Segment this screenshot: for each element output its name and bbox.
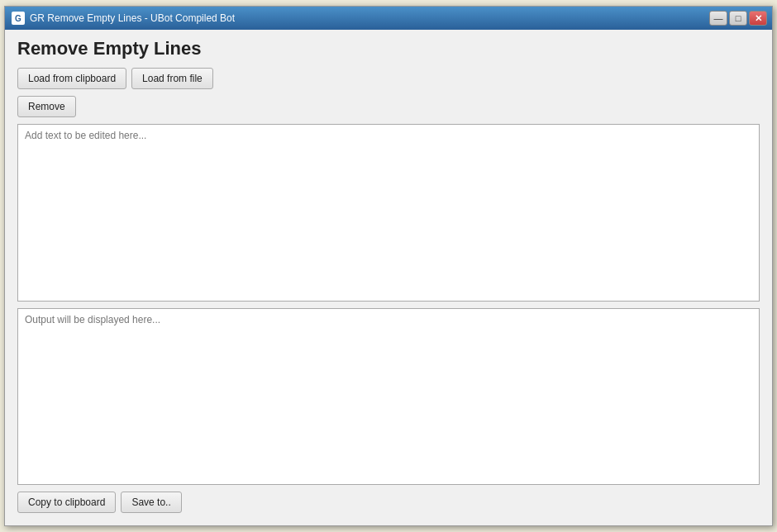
page-title: Remove Empty Lines xyxy=(17,38,760,59)
top-button-row: Load from clipboard Load from file xyxy=(17,68,760,89)
copy-clipboard-button[interactable]: Copy to clipboard xyxy=(17,492,116,513)
save-to-button[interactable]: Save to.. xyxy=(121,492,181,513)
remove-button-row: Remove xyxy=(17,96,760,117)
input-textarea[interactable] xyxy=(17,124,760,302)
output-area-wrapper xyxy=(17,308,760,486)
text-areas-container xyxy=(17,124,760,485)
input-area-wrapper xyxy=(17,124,760,302)
load-clipboard-button[interactable]: Load from clipboard xyxy=(17,68,126,89)
window-icon: G xyxy=(12,12,25,25)
window-controls: — □ ✕ xyxy=(709,11,767,26)
maximize-button[interactable]: □ xyxy=(729,11,747,26)
title-bar-left: G GR Remove Empty Lines - UBot Compiled … xyxy=(12,12,235,25)
window-title: GR Remove Empty Lines - UBot Compiled Bo… xyxy=(30,12,235,24)
title-bar: G GR Remove Empty Lines - UBot Compiled … xyxy=(5,7,772,30)
remove-button[interactable]: Remove xyxy=(17,96,76,117)
main-window: G GR Remove Empty Lines - UBot Compiled … xyxy=(4,6,773,526)
close-button[interactable]: ✕ xyxy=(749,11,767,26)
content-area: Remove Empty Lines Load from clipboard L… xyxy=(5,30,772,525)
bottom-button-row: Copy to clipboard Save to.. xyxy=(17,492,760,513)
output-textarea[interactable] xyxy=(17,308,760,486)
minimize-button[interactable]: — xyxy=(709,11,727,26)
load-file-button[interactable]: Load from file xyxy=(131,68,213,89)
